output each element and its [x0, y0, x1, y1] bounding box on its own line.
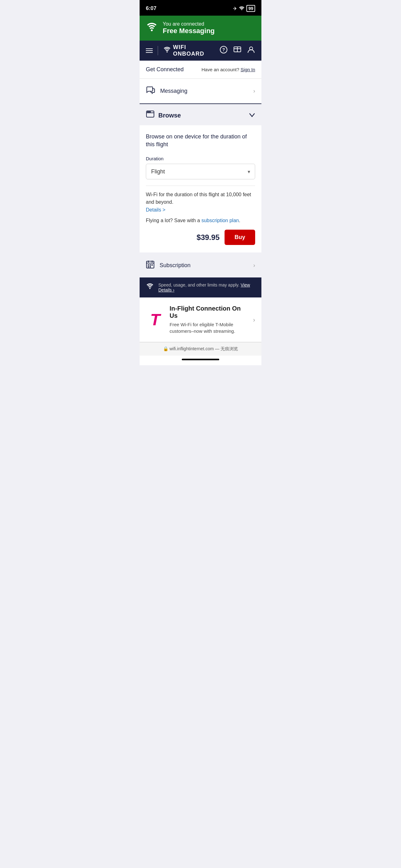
subscription-plan-link[interactable]: subscription plan: [201, 218, 239, 223]
subscription-icon: [146, 260, 155, 271]
connected-banner: You are connected Free Messaging: [140, 16, 261, 41]
connected-text-block: You are connected Free Messaging: [163, 21, 214, 35]
profile-icon[interactable]: [247, 45, 255, 56]
tmobile-t-icon: T: [150, 312, 160, 328]
svg-text:?: ?: [222, 47, 225, 52]
footer-wifi-icon: [146, 283, 154, 291]
account-text: Have an account?: [201, 67, 239, 72]
price-buy-row: $39.95 Buy: [146, 230, 255, 245]
svg-rect-18: [148, 266, 149, 268]
messaging-label: Messaging: [160, 88, 248, 94]
url-text: wifi.inflightinternet.com: [170, 346, 214, 351]
svg-point-9: [149, 112, 149, 112]
get-connected-bar: Get Connected Have an account? Sign In: [140, 61, 261, 79]
footer-bar: Speed, usage, and other limits may apply…: [140, 277, 261, 298]
svg-point-10: [150, 112, 151, 112]
duration-select[interactable]: Flight: [146, 164, 255, 179]
footer-speed-text: Speed, usage, and other limits may apply…: [158, 282, 239, 287]
sign-in-area: Have an account? Sign In: [201, 67, 255, 72]
home-bar: [182, 359, 219, 360]
footer-text: Speed, usage, and other limits may apply…: [158, 282, 255, 292]
tmobile-chevron: ›: [253, 316, 255, 323]
menu-button[interactable]: [146, 49, 153, 53]
airplane-icon: ✈: [233, 6, 237, 11]
svg-rect-15: [148, 264, 149, 266]
private-suffix: — 无痕浏览: [215, 346, 238, 351]
status-icons: ✈ 99: [233, 5, 255, 12]
help-icon[interactable]: ?: [220, 45, 228, 56]
wifi-status-icon: [239, 6, 244, 11]
saving-text-end: .: [239, 218, 240, 223]
browse-section: Browse Browse on one device for the dura…: [140, 104, 261, 277]
url-bar: 🔒 wifi.inflightinternet.com — 无痕浏览: [140, 342, 261, 355]
details-link[interactable]: Details >: [146, 207, 255, 213]
browse-subtitle: Browse on one device for the duration of…: [146, 133, 255, 148]
free-messaging-label: Free Messaging: [163, 27, 214, 35]
logo-text: WIFI ONBOARD: [173, 44, 216, 57]
status-time: 6:07: [146, 5, 157, 11]
lock-icon: 🔒: [163, 346, 168, 351]
tmobile-description: Free Wi-Fi for eligible T-Mobile custome…: [170, 321, 248, 334]
browse-title: Browse: [158, 112, 245, 119]
browse-content: Browse on one device for the duration of…: [140, 125, 261, 252]
svg-rect-16: [149, 264, 151, 266]
get-connected-label: Get Connected: [146, 66, 183, 73]
content-divider: [146, 186, 255, 186]
nav-logo: WIFI ONBOARD: [163, 44, 216, 57]
nav-actions: ?: [220, 45, 255, 56]
translate-icon[interactable]: [233, 45, 241, 56]
wifi-connected-icon: [146, 23, 158, 34]
svg-point-8: [147, 112, 148, 112]
duration-select-wrapper[interactable]: Flight ▾: [146, 164, 255, 179]
svg-rect-19: [149, 266, 151, 268]
subscription-row[interactable]: Subscription ›: [140, 253, 261, 277]
messaging-row[interactable]: Messaging ›: [140, 79, 261, 104]
subscription-save-text: Flying a lot? Save with a subscription p…: [146, 218, 255, 223]
home-indicator: [140, 355, 261, 365]
wifi-logo-icon: [163, 47, 171, 55]
status-bar: 6:07 ✈ 99: [140, 0, 261, 16]
price-label: $39.95: [197, 233, 220, 242]
subscription-chevron: ›: [253, 262, 255, 269]
nav-divider: [158, 46, 158, 55]
tmobile-title: In-Flight Connection On Us: [170, 305, 248, 319]
browse-icon: [146, 110, 155, 120]
connected-label: You are connected: [163, 21, 214, 27]
subscription-label: Subscription: [160, 262, 248, 269]
buy-button[interactable]: Buy: [225, 230, 255, 245]
browse-chevron: [249, 112, 255, 119]
duration-label: Duration: [146, 156, 255, 161]
messaging-icon: [146, 86, 155, 97]
browse-header[interactable]: Browse: [140, 104, 261, 125]
tmobile-content: In-Flight Connection On Us Free Wi-Fi fo…: [170, 305, 248, 334]
nav-bar: WIFI ONBOARD ?: [140, 41, 261, 61]
sign-in-link[interactable]: Sign In: [240, 67, 255, 72]
tmobile-banner[interactable]: T In-Flight Connection On Us Free Wi-Fi …: [140, 298, 261, 342]
wifi-description: Wi-Fi for the duration of this flight at…: [146, 191, 255, 206]
battery-icon: 99: [246, 5, 255, 12]
svg-rect-17: [152, 264, 153, 266]
tmobile-logo: T: [146, 310, 165, 329]
saving-text: Flying a lot? Save with a: [146, 218, 201, 223]
messaging-chevron: ›: [253, 88, 255, 94]
